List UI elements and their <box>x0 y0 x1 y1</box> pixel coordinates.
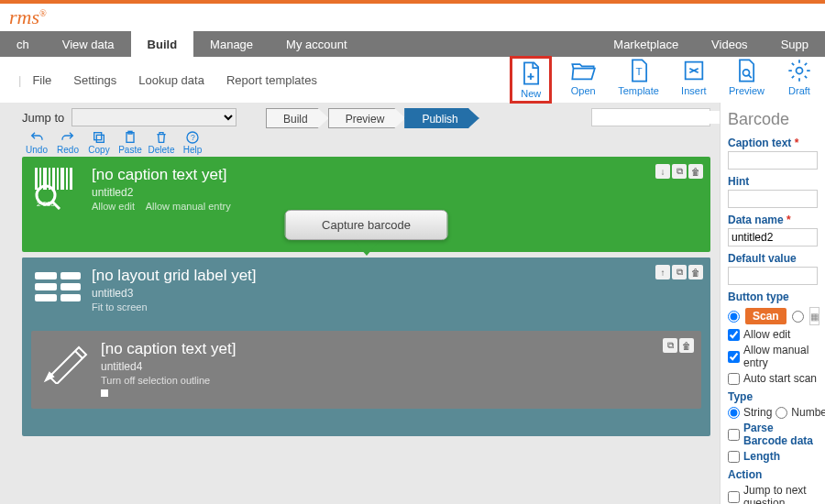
step-preview[interactable]: Preview <box>328 108 406 128</box>
help-button[interactable]: ?Help <box>178 130 207 155</box>
btntype-scan-radio[interactable] <box>728 311 740 323</box>
parse-check[interactable] <box>728 429 740 441</box>
svg-rect-15 <box>57 168 59 190</box>
svg-rect-26 <box>60 294 81 301</box>
barcode-icon: 2 905 <box>33 166 84 210</box>
sub-settings[interactable]: Settings <box>73 73 116 87</box>
trash-icon[interactable]: 🗑 <box>679 338 694 353</box>
autostart-check[interactable] <box>728 373 740 385</box>
parse-label: Parse Barcode data <box>743 422 818 447</box>
selected-arrow-icon <box>354 241 380 256</box>
draft-button[interactable]: Draft <box>783 56 816 104</box>
step-build[interactable]: Build <box>266 108 329 128</box>
nav-item-viewdata[interactable]: View data <box>46 31 131 57</box>
move-up-icon[interactable]: ↑ <box>655 265 670 279</box>
open-button[interactable]: Open <box>566 56 600 104</box>
svg-rect-25 <box>35 294 57 301</box>
trash-icon[interactable]: 🗑 <box>688 164 703 179</box>
svg-text:2 905: 2 905 <box>37 200 56 208</box>
nav-item-build[interactable]: Build <box>131 31 194 57</box>
type-number-label: Number <box>791 406 825 419</box>
step-tabs: Build Preview Publish <box>266 108 478 128</box>
grid-sub: untitled3 <box>92 287 699 300</box>
dataname-input[interactable] <box>728 228 818 247</box>
action-label: Action <box>728 468 818 481</box>
logo-text: rms® <box>9 5 47 29</box>
new-button[interactable]: New <box>510 56 552 104</box>
grid-title: [no layout grid label yet] <box>92 267 699 285</box>
scan-badge: Scan <box>745 308 786 324</box>
undo-button[interactable]: Undo <box>22 130 51 155</box>
grid-icon <box>33 267 84 311</box>
jump-select[interactable] <box>72 108 236 126</box>
nav-item-marketplace[interactable]: Marketplace <box>597 31 695 57</box>
canvas-search-input[interactable] <box>592 111 720 124</box>
selection-handle[interactable] <box>101 389 108 397</box>
copy-icon[interactable]: ⧉ <box>663 338 677 353</box>
sub-lookup[interactable]: Lookup data <box>138 73 204 87</box>
svg-rect-17 <box>66 168 68 190</box>
inner-title: [no caption text yet] <box>101 340 690 358</box>
barcode-sub: untitled2 <box>92 186 699 199</box>
type-label: Type <box>728 390 818 403</box>
allowedit-check[interactable] <box>728 329 740 341</box>
jumpnext-label: Jump to next question <box>743 484 818 504</box>
svg-text:T: T <box>635 65 642 77</box>
svg-rect-4 <box>96 135 104 142</box>
delete-button[interactable]: Delete <box>147 130 176 155</box>
length-check[interactable] <box>728 451 740 463</box>
caption-input[interactable] <box>728 151 818 170</box>
paste-button[interactable]: Paste <box>116 130 145 155</box>
sub-report[interactable]: Report templates <box>226 73 317 87</box>
type-number-radio[interactable] <box>776 407 787 419</box>
preview-button[interactable]: Preview <box>725 56 768 104</box>
type-string-label: String <box>743 406 772 419</box>
inner-hint: Turn off selection outline <box>101 375 690 386</box>
copy-button[interactable]: Copy <box>84 130 114 155</box>
capture-barcode-button[interactable]: Capture barcode <box>284 210 448 240</box>
canvas-area: Jump to Build Preview Publish Undo Redo … <box>0 103 720 504</box>
svg-text:?: ? <box>191 133 195 142</box>
allowmanual-check[interactable] <box>728 351 740 363</box>
qr-icon: ▦ <box>809 307 820 325</box>
move-down-icon[interactable]: ↓ <box>655 164 670 179</box>
sub-file[interactable]: File <box>32 73 51 87</box>
canvas-search[interactable] <box>591 108 710 126</box>
type-string-radio[interactable] <box>728 407 740 419</box>
default-input[interactable] <box>728 267 818 285</box>
main-nav: ch View data Build Manage My account Mar… <box>0 31 825 57</box>
insert-button[interactable]: Insert <box>677 56 710 104</box>
template-button[interactable]: T Template <box>614 56 663 104</box>
jumpnext-check[interactable] <box>728 491 740 503</box>
step-publish[interactable]: Publish <box>404 108 478 128</box>
document-search-icon <box>733 58 759 83</box>
inner-element[interactable]: [no caption text yet] untitled4 Turn off… <box>31 331 701 409</box>
length-label: Length <box>743 450 780 463</box>
inner-sub: untitled4 <box>101 360 690 373</box>
nav-item-support[interactable]: Supp <box>764 31 825 57</box>
btntype-qr-radio[interactable] <box>792 311 804 323</box>
svg-rect-14 <box>52 168 55 190</box>
trash-icon[interactable]: 🗑 <box>688 265 703 279</box>
barcode-element[interactable]: 2 905 [no caption text yet] untitled2 Al… <box>22 157 710 252</box>
grid-element[interactable]: [no layout grid label yet] untitled3 Fit… <box>22 257 710 436</box>
autostart-label: Auto start scan <box>743 372 817 385</box>
sketch-icon <box>42 340 94 384</box>
mini-toolbar: Undo Redo Copy Paste Delete ?Help <box>22 130 710 155</box>
hint-input[interactable] <box>728 190 818 208</box>
redo-button[interactable]: Redo <box>53 130 82 155</box>
hint-label: Hint <box>728 175 818 188</box>
template-icon: T <box>626 58 652 83</box>
svg-rect-16 <box>60 168 64 190</box>
gear-icon <box>786 58 812 83</box>
sub-nav: | File Settings Lookup data Report templ… <box>0 57 825 103</box>
copy-icon[interactable]: ⧉ <box>672 265 687 279</box>
nav-item-ch[interactable]: ch <box>0 31 46 57</box>
copy-icon[interactable]: ⧉ <box>672 164 687 179</box>
svg-rect-18 <box>70 168 72 190</box>
caption-label: Caption text * <box>728 137 818 149</box>
nav-item-manage[interactable]: Manage <box>193 31 270 57</box>
insert-icon <box>681 58 707 83</box>
nav-item-account[interactable]: My account <box>270 31 363 57</box>
nav-item-videos[interactable]: Videos <box>695 31 764 57</box>
